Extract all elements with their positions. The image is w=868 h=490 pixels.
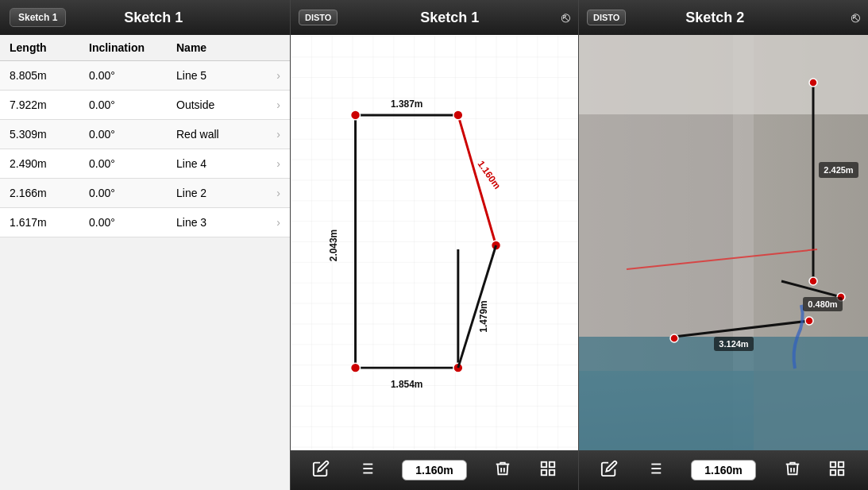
svg-text:1.479m: 1.479m — [478, 300, 489, 332]
svg-text:2.043m: 2.043m — [328, 230, 339, 261]
row-name: Line 3 — [176, 216, 257, 229]
sketch-header: DISTO Sketch 1 ⎋ — [291, 0, 578, 35]
svg-rect-25 — [550, 461, 554, 466]
delete-button[interactable] — [494, 460, 511, 481]
svg-rect-56 — [831, 469, 835, 474]
svg-text:1.387m: 1.387m — [391, 98, 422, 110]
row-length: 8.805m — [10, 69, 89, 82]
photo-canvas[interactable]: 2.425m 0.480m 3.124m — [579, 35, 868, 450]
list-panel-title: Sketch 1 — [74, 10, 233, 26]
row-name: Line 2 — [176, 187, 257, 199]
svg-text:3.124m: 3.124m — [719, 339, 749, 349]
svg-text:2.425m: 2.425m — [824, 165, 854, 175]
photo-header: DISTO Sketch 2 ⎋ — [579, 0, 868, 35]
list-row[interactable]: 2.166m 0.00° Line 2 › — [0, 179, 290, 208]
row-inclination: 0.00° — [89, 157, 176, 170]
svg-point-41 — [805, 317, 813, 325]
row-inclination: 0.00° — [89, 187, 176, 199]
row-name: Red wall — [176, 128, 257, 141]
chevron-icon: › — [257, 157, 280, 170]
svg-rect-27 — [550, 469, 554, 474]
back-button[interactable]: Sketch 1 — [10, 8, 66, 27]
grid-button[interactable] — [539, 460, 557, 481]
list-row[interactable]: 8.805m 0.00° Line 5 › — [0, 61, 290, 91]
edit-button[interactable] — [312, 460, 330, 481]
chevron-icon: › — [257, 69, 280, 82]
length-header: Length — [10, 41, 89, 54]
chevron-icon: › — [257, 128, 280, 141]
svg-rect-26 — [541, 469, 546, 474]
photo-panel-title: Sketch 2 — [626, 10, 804, 26]
list-header: Sketch 1 Sketch 1 — [0, 0, 290, 35]
svg-point-10 — [351, 363, 361, 372]
row-name: Line 4 — [176, 157, 257, 170]
edit-button-2[interactable] — [600, 460, 618, 481]
rows-container: 8.805m 0.00° Line 5 › 7.922m 0.00° Outsi… — [0, 61, 290, 490]
list-row[interactable]: 5.309m 0.00° Red wall › — [0, 120, 290, 149]
svg-point-37 — [809, 79, 817, 87]
svg-point-40 — [670, 334, 678, 342]
row-inclination: 0.00° — [89, 216, 176, 229]
row-inclination: 0.00° — [89, 69, 176, 82]
sketch-panel: DISTO Sketch 1 ⎋ — [290, 0, 579, 490]
row-name: Outside — [176, 98, 257, 111]
svg-text:1.854m: 1.854m — [391, 379, 422, 390]
share-button[interactable]: ⎋ — [561, 10, 570, 26]
list-button[interactable] — [357, 460, 375, 481]
svg-rect-57 — [839, 469, 843, 474]
svg-rect-54 — [831, 461, 835, 466]
svg-text:0.480m: 0.480m — [808, 299, 838, 309]
sketch-panel-title: Sketch 1 — [338, 10, 561, 26]
svg-point-8 — [453, 110, 463, 120]
chevron-icon: › — [257, 98, 280, 111]
chevron-icon: › — [257, 187, 280, 199]
svg-rect-32 — [579, 35, 868, 114]
row-length: 1.617m — [10, 216, 89, 229]
column-headers: Length Inclination Name — [0, 35, 290, 61]
inclination-header: Inclination — [89, 41, 176, 54]
row-length: 5.309m — [10, 128, 89, 141]
name-header: Name — [176, 41, 257, 54]
row-length: 7.922m — [10, 98, 89, 111]
svg-rect-55 — [839, 461, 843, 466]
chevron-icon: › — [257, 216, 280, 229]
list-row[interactable]: 2.490m 0.00° Line 4 › — [0, 149, 290, 179]
delete-button-2[interactable] — [784, 460, 801, 481]
grid-button-2[interactable] — [828, 460, 846, 481]
photo-panel: DISTO Sketch 2 ⎋ — [579, 0, 868, 490]
disto-badge: DISTO — [299, 10, 338, 25]
list-panel: Sketch 1 Sketch 1 Length Inclination Nam… — [0, 0, 290, 490]
svg-rect-24 — [541, 461, 546, 466]
row-inclination: 0.00° — [89, 128, 176, 141]
list-row[interactable]: 7.922m 0.00° Outside › — [0, 91, 290, 120]
svg-point-7 — [351, 110, 361, 120]
share-button-2[interactable]: ⎋ — [851, 10, 860, 26]
sketch-canvas[interactable]: 1.387m 2.043m 1.160m 1.479m 1.854m — [291, 35, 578, 450]
list-row[interactable]: 1.617m 0.00° Line 3 › — [0, 208, 290, 237]
svg-rect-31 — [579, 337, 868, 450]
photo-measurement-value: 1.160m — [691, 460, 755, 480]
measurement-value: 1.160m — [402, 460, 466, 480]
list-button-2[interactable] — [646, 460, 663, 481]
row-length: 2.166m — [10, 187, 89, 199]
row-name: Line 5 — [176, 69, 257, 82]
sketch-toolbar: 1.160m — [291, 450, 578, 490]
svg-point-38 — [809, 277, 817, 285]
photo-toolbar: 1.160m — [579, 450, 868, 490]
row-inclination: 0.00° — [89, 98, 176, 111]
disto-badge-2: DISTO — [587, 10, 626, 25]
row-length: 2.490m — [10, 157, 89, 170]
